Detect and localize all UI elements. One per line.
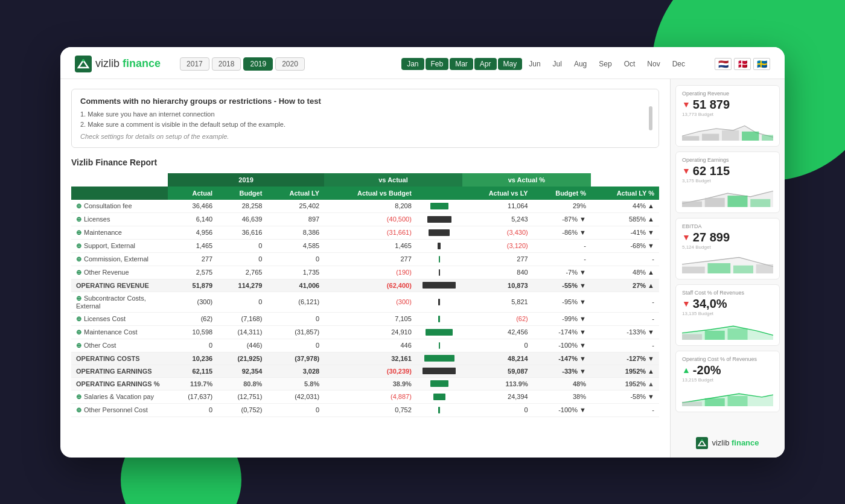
svg-rect-16 bbox=[707, 263, 730, 273]
col-actual-ly-pct: Actual LY % bbox=[591, 187, 659, 200]
table-row: ⊕Other Personnel Cost 0 (0,752) 0 0,752 … bbox=[71, 403, 659, 416]
vizlib-logo-icon bbox=[75, 56, 92, 72]
cell-bar bbox=[416, 325, 462, 339]
cell-label: ⊕Licenses bbox=[71, 212, 168, 226]
cell-bar bbox=[416, 200, 462, 213]
kpi-label-3: Staff Cost % of Revenues bbox=[682, 290, 773, 296]
cell-budget: (7,168) bbox=[217, 312, 267, 325]
table-row: OPERATING EARNINGS % 119.7% 80.8% 5.8% 3… bbox=[71, 377, 659, 390]
cell-actual: 119.7% bbox=[168, 377, 217, 390]
month-btn-feb[interactable]: Feb bbox=[426, 58, 449, 70]
table-row: OPERATING EARNINGS 62,115 92,354 3,028 (… bbox=[71, 365, 659, 377]
expand-icon[interactable]: ⊕ bbox=[76, 215, 81, 223]
cell-actual-ly-pct: -58% ▼ bbox=[591, 390, 659, 403]
comments-section: Comments with no hierarchy groups or res… bbox=[71, 89, 659, 148]
cell-actual: (17,637) bbox=[168, 390, 217, 403]
cell-vs-budget: (40,500) bbox=[324, 212, 416, 226]
cell-actual: 10,598 bbox=[168, 325, 217, 339]
kpi-budget-4: 13,215 Budget bbox=[682, 377, 773, 383]
expand-icon[interactable]: ⊕ bbox=[76, 202, 81, 209]
kpi-arrow-3: ▼ bbox=[682, 299, 690, 308]
cell-actual-ly-pct: 1952% ▲ bbox=[591, 377, 659, 390]
cell-budget: (12,751) bbox=[217, 390, 267, 403]
month-btn-apr[interactable]: Apr bbox=[474, 58, 497, 70]
kpi-label-0: Operating Revenue bbox=[682, 91, 773, 97]
expand-icon[interactable]: ⊕ bbox=[76, 229, 81, 236]
year-filter-group: 2017 2018 2019 2020 bbox=[180, 57, 305, 71]
table-row: ⊕Maintenance Cost 10,598 (14,311) (31,85… bbox=[71, 325, 659, 339]
month-btn-jun[interactable]: Jun bbox=[523, 58, 546, 70]
cell-bar bbox=[416, 352, 462, 365]
cell-budget: 80.8% bbox=[217, 377, 267, 390]
table-row: ⊕Consultation fee 36,466 28,258 25,402 8… bbox=[71, 200, 659, 213]
kpi-card-operating-earnings: Operating Earnings ▼ 62 115 3,175 Budget bbox=[675, 152, 780, 213]
cell-label: ⊕Maintenance Cost bbox=[71, 325, 168, 339]
sub-header-row: Actual Budget Actual LY Actual vs Budget… bbox=[71, 187, 659, 200]
cell-vs-ly: 5,821 bbox=[462, 292, 533, 312]
main-content: Comments with no hierarchy groups or res… bbox=[60, 79, 670, 458]
month-btn-jan[interactable]: Jan bbox=[401, 58, 424, 70]
flag-se[interactable]: 🇸🇪 bbox=[753, 58, 770, 70]
month-btn-may[interactable]: May bbox=[498, 58, 523, 70]
expand-icon[interactable]: ⊕ bbox=[76, 295, 81, 302]
cell-budget-pct: -174% ▼ bbox=[533, 325, 591, 339]
month-btn-aug[interactable]: Aug bbox=[569, 58, 592, 70]
year-btn-2018[interactable]: 2018 bbox=[212, 57, 241, 71]
cell-budget: 0 bbox=[217, 239, 267, 252]
table-row: ⊕Other Cost 0 (446) 0 446 0 -100% ▼ - bbox=[71, 339, 659, 352]
cell-actual: 0 bbox=[168, 403, 217, 416]
month-btn-jul[interactable]: Jul bbox=[547, 58, 567, 70]
year-btn-2020[interactable]: 2020 bbox=[275, 57, 305, 71]
cell-budget-pct: 48% bbox=[533, 377, 591, 390]
month-btn-dec[interactable]: Dec bbox=[667, 58, 690, 70]
flag-nl[interactable]: 🇳🇱 bbox=[715, 58, 732, 70]
cell-actual: 277 bbox=[168, 252, 217, 266]
year-btn-2017[interactable]: 2017 bbox=[180, 57, 209, 71]
year-btn-2019[interactable]: 2019 bbox=[243, 57, 273, 71]
month-btn-nov[interactable]: Nov bbox=[642, 58, 665, 70]
cell-label: OPERATING COSTS bbox=[71, 352, 168, 365]
expand-icon[interactable]: ⊕ bbox=[76, 242, 81, 249]
flag-dk[interactable]: 🇩🇰 bbox=[734, 58, 751, 70]
cell-budget-pct: -86% ▼ bbox=[533, 226, 591, 239]
cell-label: ⊕Maintenance bbox=[71, 226, 168, 239]
month-btn-oct[interactable]: Oct bbox=[619, 58, 641, 70]
expand-icon[interactable]: ⊕ bbox=[76, 255, 81, 263]
cell-budget-pct: 38% bbox=[533, 390, 591, 403]
table-row: ⊕Commission, External 277 0 0 277 277 - … bbox=[71, 252, 659, 266]
cell-actual-ly: 0 bbox=[267, 312, 324, 325]
cell-vs-budget: (4,887) bbox=[324, 390, 416, 403]
month-filter-group: Jan Feb Mar Apr May Jun Jul Aug Sep Oct … bbox=[401, 58, 690, 70]
month-btn-mar[interactable]: Mar bbox=[450, 58, 473, 70]
svg-point-29 bbox=[701, 439, 703, 441]
expand-icon[interactable]: ⊕ bbox=[76, 328, 81, 336]
month-btn-sep[interactable]: Sep bbox=[593, 58, 617, 70]
expand-icon[interactable]: ⊕ bbox=[76, 342, 81, 349]
kpi-value-3: ▼ 34,0% bbox=[682, 297, 773, 311]
expand-icon[interactable]: ⊕ bbox=[76, 315, 81, 322]
group-header-2019: 2019 bbox=[168, 173, 324, 187]
cell-vs-budget: (300) bbox=[324, 292, 416, 312]
scroll-indicator[interactable] bbox=[649, 106, 652, 130]
cell-actual: 1,465 bbox=[168, 239, 217, 252]
kpi-value-1: ▼ 62 115 bbox=[682, 164, 773, 178]
cell-budget-pct: -7% ▼ bbox=[533, 266, 591, 279]
table-row: ⊕Other Revenue 2,575 2,765 1,735 (190) 8… bbox=[71, 266, 659, 279]
expand-icon[interactable]: ⊕ bbox=[76, 393, 81, 400]
cell-bar bbox=[416, 212, 462, 226]
cell-label: OPERATING EARNINGS bbox=[71, 365, 168, 377]
kpi-card-operating-revenue: Operating Revenue ▼ 51 879 13,773 Budget bbox=[675, 85, 780, 147]
cell-budget-pct: -100% ▼ bbox=[533, 339, 591, 352]
right-panel-footer: vizlib finance bbox=[675, 432, 780, 451]
cell-label: ⊕Subcontractor Costs, External bbox=[71, 292, 168, 312]
cell-vs-budget: (62,400) bbox=[324, 279, 416, 292]
cell-budget-pct: 29% bbox=[533, 200, 591, 213]
svg-rect-18 bbox=[756, 264, 773, 273]
expand-icon[interactable]: ⊕ bbox=[76, 406, 81, 413]
app-body: Comments with no hierarchy groups or res… bbox=[60, 79, 785, 458]
expand-icon[interactable]: ⊕ bbox=[76, 269, 81, 276]
cell-vs-budget: (31,661) bbox=[324, 226, 416, 239]
cell-vs-ly: 10,873 bbox=[462, 279, 533, 292]
cell-actual: (62) bbox=[168, 312, 217, 325]
cell-vs-budget: 8,208 bbox=[324, 200, 416, 213]
